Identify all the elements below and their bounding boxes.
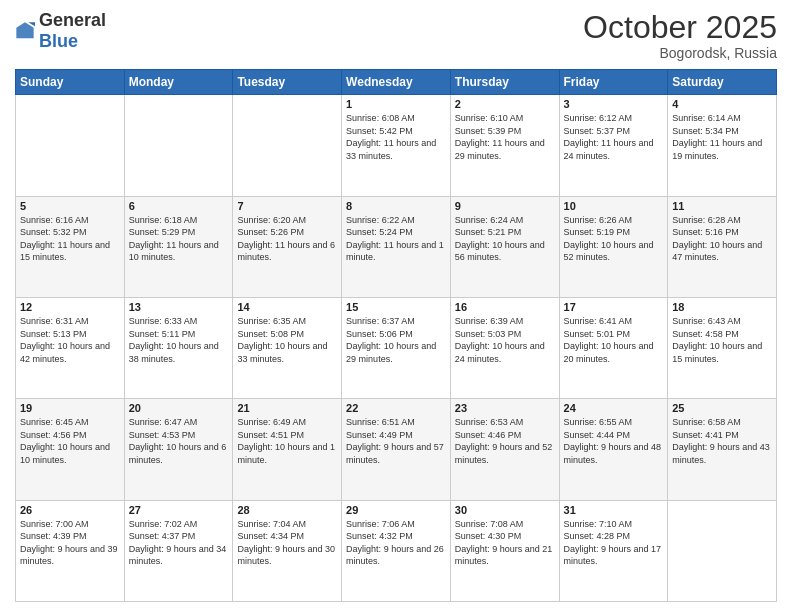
day-info: Sunrise: 6:08 AM Sunset: 5:42 PM Dayligh…	[346, 112, 446, 162]
day-number: 11	[672, 200, 772, 212]
calendar-cell: 16Sunrise: 6:39 AM Sunset: 5:03 PM Dayli…	[450, 297, 559, 398]
weekday-header: Friday	[559, 70, 668, 95]
calendar-cell	[124, 95, 233, 196]
calendar-cell: 3Sunrise: 6:12 AM Sunset: 5:37 PM Daylig…	[559, 95, 668, 196]
day-info: Sunrise: 6:55 AM Sunset: 4:44 PM Dayligh…	[564, 416, 664, 466]
header: General Blue October 2025 Bogorodsk, Rus…	[15, 10, 777, 61]
calendar-cell: 26Sunrise: 7:00 AM Sunset: 4:39 PM Dayli…	[16, 500, 125, 601]
day-number: 17	[564, 301, 664, 313]
day-number: 21	[237, 402, 337, 414]
day-number: 14	[237, 301, 337, 313]
day-info: Sunrise: 7:00 AM Sunset: 4:39 PM Dayligh…	[20, 518, 120, 568]
day-info: Sunrise: 6:20 AM Sunset: 5:26 PM Dayligh…	[237, 214, 337, 264]
day-info: Sunrise: 6:31 AM Sunset: 5:13 PM Dayligh…	[20, 315, 120, 365]
calendar-cell: 17Sunrise: 6:41 AM Sunset: 5:01 PM Dayli…	[559, 297, 668, 398]
day-info: Sunrise: 6:14 AM Sunset: 5:34 PM Dayligh…	[672, 112, 772, 162]
logo-blue: Blue	[39, 31, 78, 51]
day-info: Sunrise: 6:45 AM Sunset: 4:56 PM Dayligh…	[20, 416, 120, 466]
calendar-cell: 1Sunrise: 6:08 AM Sunset: 5:42 PM Daylig…	[342, 95, 451, 196]
day-info: Sunrise: 6:10 AM Sunset: 5:39 PM Dayligh…	[455, 112, 555, 162]
day-number: 9	[455, 200, 555, 212]
day-number: 3	[564, 98, 664, 110]
day-info: Sunrise: 6:39 AM Sunset: 5:03 PM Dayligh…	[455, 315, 555, 365]
logo: General Blue	[15, 10, 106, 52]
day-number: 26	[20, 504, 120, 516]
calendar-table: SundayMondayTuesdayWednesdayThursdayFrid…	[15, 69, 777, 602]
day-info: Sunrise: 7:10 AM Sunset: 4:28 PM Dayligh…	[564, 518, 664, 568]
calendar-cell: 11Sunrise: 6:28 AM Sunset: 5:16 PM Dayli…	[668, 196, 777, 297]
day-number: 1	[346, 98, 446, 110]
weekday-header: Saturday	[668, 70, 777, 95]
day-info: Sunrise: 7:02 AM Sunset: 4:37 PM Dayligh…	[129, 518, 229, 568]
title-section: October 2025 Bogorodsk, Russia	[583, 10, 777, 61]
calendar-week-row: 1Sunrise: 6:08 AM Sunset: 5:42 PM Daylig…	[16, 95, 777, 196]
calendar-week-row: 5Sunrise: 6:16 AM Sunset: 5:32 PM Daylig…	[16, 196, 777, 297]
calendar-cell: 27Sunrise: 7:02 AM Sunset: 4:37 PM Dayli…	[124, 500, 233, 601]
calendar-cell	[668, 500, 777, 601]
calendar-cell: 23Sunrise: 6:53 AM Sunset: 4:46 PM Dayli…	[450, 399, 559, 500]
day-number: 6	[129, 200, 229, 212]
day-info: Sunrise: 6:43 AM Sunset: 4:58 PM Dayligh…	[672, 315, 772, 365]
calendar-cell: 4Sunrise: 6:14 AM Sunset: 5:34 PM Daylig…	[668, 95, 777, 196]
calendar-cell: 6Sunrise: 6:18 AM Sunset: 5:29 PM Daylig…	[124, 196, 233, 297]
svg-marker-0	[16, 22, 33, 38]
day-number: 2	[455, 98, 555, 110]
day-number: 30	[455, 504, 555, 516]
calendar-cell: 2Sunrise: 6:10 AM Sunset: 5:39 PM Daylig…	[450, 95, 559, 196]
day-number: 10	[564, 200, 664, 212]
calendar-cell: 31Sunrise: 7:10 AM Sunset: 4:28 PM Dayli…	[559, 500, 668, 601]
day-info: Sunrise: 6:28 AM Sunset: 5:16 PM Dayligh…	[672, 214, 772, 264]
day-info: Sunrise: 6:58 AM Sunset: 4:41 PM Dayligh…	[672, 416, 772, 466]
logo-general: General	[39, 10, 106, 30]
day-info: Sunrise: 6:18 AM Sunset: 5:29 PM Dayligh…	[129, 214, 229, 264]
day-info: Sunrise: 6:37 AM Sunset: 5:06 PM Dayligh…	[346, 315, 446, 365]
day-number: 20	[129, 402, 229, 414]
calendar-cell	[233, 95, 342, 196]
calendar-week-row: 19Sunrise: 6:45 AM Sunset: 4:56 PM Dayli…	[16, 399, 777, 500]
day-number: 19	[20, 402, 120, 414]
day-info: Sunrise: 6:12 AM Sunset: 5:37 PM Dayligh…	[564, 112, 664, 162]
day-info: Sunrise: 6:53 AM Sunset: 4:46 PM Dayligh…	[455, 416, 555, 466]
day-number: 16	[455, 301, 555, 313]
day-number: 25	[672, 402, 772, 414]
day-number: 31	[564, 504, 664, 516]
day-number: 24	[564, 402, 664, 414]
logo-text: General Blue	[39, 10, 106, 52]
day-number: 13	[129, 301, 229, 313]
day-number: 12	[20, 301, 120, 313]
weekday-header: Sunday	[16, 70, 125, 95]
day-number: 15	[346, 301, 446, 313]
day-number: 29	[346, 504, 446, 516]
calendar-cell	[16, 95, 125, 196]
calendar-cell: 29Sunrise: 7:06 AM Sunset: 4:32 PM Dayli…	[342, 500, 451, 601]
day-info: Sunrise: 6:24 AM Sunset: 5:21 PM Dayligh…	[455, 214, 555, 264]
weekday-header: Tuesday	[233, 70, 342, 95]
calendar-cell: 8Sunrise: 6:22 AM Sunset: 5:24 PM Daylig…	[342, 196, 451, 297]
day-info: Sunrise: 6:51 AM Sunset: 4:49 PM Dayligh…	[346, 416, 446, 466]
calendar-cell: 30Sunrise: 7:08 AM Sunset: 4:30 PM Dayli…	[450, 500, 559, 601]
day-number: 22	[346, 402, 446, 414]
calendar-cell: 10Sunrise: 6:26 AM Sunset: 5:19 PM Dayli…	[559, 196, 668, 297]
calendar-cell: 25Sunrise: 6:58 AM Sunset: 4:41 PM Dayli…	[668, 399, 777, 500]
day-number: 8	[346, 200, 446, 212]
day-info: Sunrise: 7:08 AM Sunset: 4:30 PM Dayligh…	[455, 518, 555, 568]
calendar-header-row: SundayMondayTuesdayWednesdayThursdayFrid…	[16, 70, 777, 95]
day-info: Sunrise: 6:49 AM Sunset: 4:51 PM Dayligh…	[237, 416, 337, 466]
page: General Blue October 2025 Bogorodsk, Rus…	[0, 0, 792, 612]
location: Bogorodsk, Russia	[583, 45, 777, 61]
weekday-header: Thursday	[450, 70, 559, 95]
logo-icon	[15, 21, 35, 41]
day-info: Sunrise: 6:26 AM Sunset: 5:19 PM Dayligh…	[564, 214, 664, 264]
day-info: Sunrise: 6:35 AM Sunset: 5:08 PM Dayligh…	[237, 315, 337, 365]
day-number: 28	[237, 504, 337, 516]
day-number: 18	[672, 301, 772, 313]
calendar-cell: 18Sunrise: 6:43 AM Sunset: 4:58 PM Dayli…	[668, 297, 777, 398]
calendar-cell: 12Sunrise: 6:31 AM Sunset: 5:13 PM Dayli…	[16, 297, 125, 398]
day-info: Sunrise: 6:22 AM Sunset: 5:24 PM Dayligh…	[346, 214, 446, 264]
calendar-cell: 20Sunrise: 6:47 AM Sunset: 4:53 PM Dayli…	[124, 399, 233, 500]
calendar-cell: 14Sunrise: 6:35 AM Sunset: 5:08 PM Dayli…	[233, 297, 342, 398]
day-number: 5	[20, 200, 120, 212]
weekday-header: Monday	[124, 70, 233, 95]
calendar-cell: 22Sunrise: 6:51 AM Sunset: 4:49 PM Dayli…	[342, 399, 451, 500]
calendar-cell: 19Sunrise: 6:45 AM Sunset: 4:56 PM Dayli…	[16, 399, 125, 500]
